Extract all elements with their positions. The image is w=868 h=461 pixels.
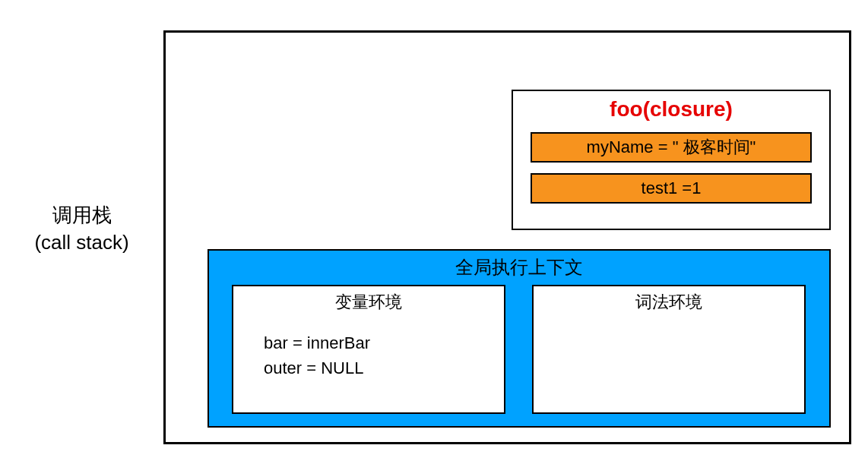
closure-box: foo(closure) myName = " 极客时间" test1 =1 (512, 90, 831, 230)
variable-env-line-1: outer = NULL (264, 355, 504, 380)
closure-slot-0: myName = " 极客时间" (531, 132, 812, 163)
variable-environment: 变量环境 bar = innerBar outer = NULL (232, 285, 505, 414)
lexical-environment: 词法环境 (532, 285, 806, 414)
variable-env-line-0: bar = innerBar (264, 330, 504, 355)
closure-slot-1: test1 =1 (531, 173, 812, 204)
closure-title: foo(closure) (513, 97, 829, 122)
call-stack-label-line2: (call stack) (8, 229, 156, 256)
call-stack-label: 调用栈 (call stack) (8, 201, 156, 257)
call-stack-box: foo(closure) myName = " 极客时间" test1 =1 全… (163, 30, 851, 444)
global-execution-context: 全局执行上下文 变量环境 bar = innerBar outer = NULL… (207, 249, 831, 428)
variable-env-title: 变量环境 (233, 291, 504, 314)
lexical-env-title: 词法环境 (534, 291, 804, 314)
variable-env-content: bar = innerBar outer = NULL (264, 330, 504, 380)
global-context-title: 全局执行上下文 (209, 255, 829, 279)
call-stack-label-line1: 调用栈 (8, 201, 156, 229)
